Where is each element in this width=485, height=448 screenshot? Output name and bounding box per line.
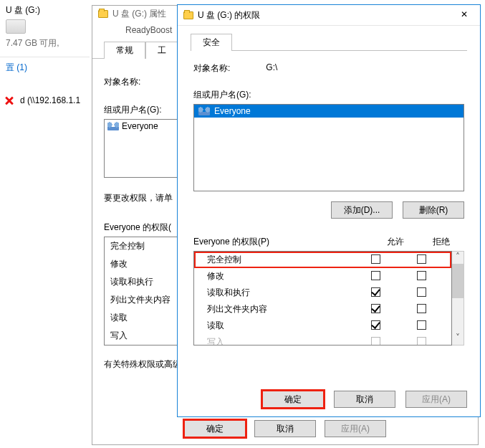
permissions-dialog: U 盘 (G:) 的权限 ✕ 安全 对象名称: G:\ 组或用户名(G): Ev… [177,4,481,417]
perm-label: 读取和执行 [207,287,352,299]
allow-checkbox[interactable] [371,320,380,330]
scrollbar[interactable]: ˄ ˅ [452,251,464,345]
scroll-track[interactable] [452,298,464,333]
ok-button[interactable]: 确定 [262,391,324,408]
group-name: Everyone [214,106,251,116]
permissions-titlebar[interactable]: U 盘 (G:) 的权限 ✕ [178,5,480,26]
groups-label: 组或用户名(G): [193,89,464,101]
tab-general[interactable]: 常规 [104,42,145,59]
permissions-tabstrip: 安全 [191,33,467,51]
tab-tools[interactable]: 工 [145,42,178,59]
scroll-up-icon[interactable]: ˄ [452,252,464,264]
perm-label: 完全控制 [207,254,352,266]
perm-row-read: 读取 [194,318,451,334]
deny-checkbox[interactable] [417,254,426,264]
network-drive-label: d (\\192.168.1.1 [20,95,80,105]
deny-checkbox[interactable] [417,320,426,330]
tab-security[interactable]: 安全 [191,34,232,51]
deny-checkbox[interactable] [417,271,426,280]
allow-checkbox[interactable] [371,254,380,264]
perm-row-read-exec: 读取和执行 [194,285,451,301]
drive-item-network[interactable]: d (\\192.168.1.1 [0,94,90,107]
cancel-button[interactable]: 取消 [254,420,316,437]
remove-button[interactable]: 删除(R) [403,201,464,219]
deny-checkbox[interactable] [417,337,426,346]
folder-icon [183,11,193,19]
add-button[interactable]: 添加(D)... [331,201,393,219]
location-count: 置 (1) [0,57,90,81]
group-icon [198,107,210,115]
group-icon [107,122,119,130]
perm-label: 读取 [207,320,352,332]
perm-row-list-folder: 列出文件夹内容 [194,301,451,318]
scroll-down-icon[interactable]: ˅ [452,333,464,345]
drive-label: U 盘 (G:) [6,4,84,16]
apply-button[interactable]: 应用(A) [405,391,467,408]
groups-listbox[interactable]: Everyone [193,104,464,191]
perm-row-write: 写入 [194,334,451,345]
perm-row-full-control: 完全控制 [194,252,451,268]
group-name: Everyone [122,121,158,131]
close-button[interactable]: ✕ [454,8,474,22]
drive-item-usb[interactable]: U 盘 (G:) 7.47 GB 可用, [0,0,90,51]
drive-free-text: 7.47 GB 可用, [6,37,84,49]
deny-checkbox[interactable] [417,304,426,313]
perm-header: Everyone 的权限(P) [193,236,373,248]
allow-checkbox[interactable] [371,304,380,313]
permissions-checklist: 完全控制 修改 读取和执行 列出文件夹内容 [193,251,452,345]
cancel-button[interactable]: 取消 [334,391,395,408]
error-icon [3,94,16,107]
deny-checkbox[interactable] [417,287,426,297]
scroll-thumb[interactable] [452,264,464,298]
object-name-value: G:\ [266,62,277,75]
drive-icon [6,19,26,34]
list-item-selected[interactable]: Everyone [194,105,464,118]
perm-row-modify: 修改 [194,268,451,285]
permissions-title: U 盘 (G:) 的权限 [198,9,454,22]
perm-label: 列出文件夹内容 [207,303,352,315]
allow-checkbox[interactable] [371,271,380,280]
column-deny: 拒绝 [418,236,464,248]
column-allow: 允许 [373,236,418,248]
object-name-label: 对象名称: [193,62,230,75]
perm-label: 写入 [207,336,352,345]
allow-checkbox[interactable] [371,287,380,297]
allow-checkbox[interactable] [371,337,380,346]
properties-title: U 盘 (G:) 属性 [112,8,166,20]
folder-icon [98,10,108,18]
properties-button-row: 确定 取消 应用(A) [92,420,478,437]
perm-label: 修改 [207,270,352,282]
apply-button[interactable]: 应用(A) [325,420,386,437]
permissions-button-row: 确定 取消 应用(A) [178,391,480,408]
explorer-pane: U 盘 (G:) 7.47 GB 可用, 置 (1) d (\\192.168.… [0,0,90,448]
ok-button[interactable]: 确定 [184,420,246,437]
